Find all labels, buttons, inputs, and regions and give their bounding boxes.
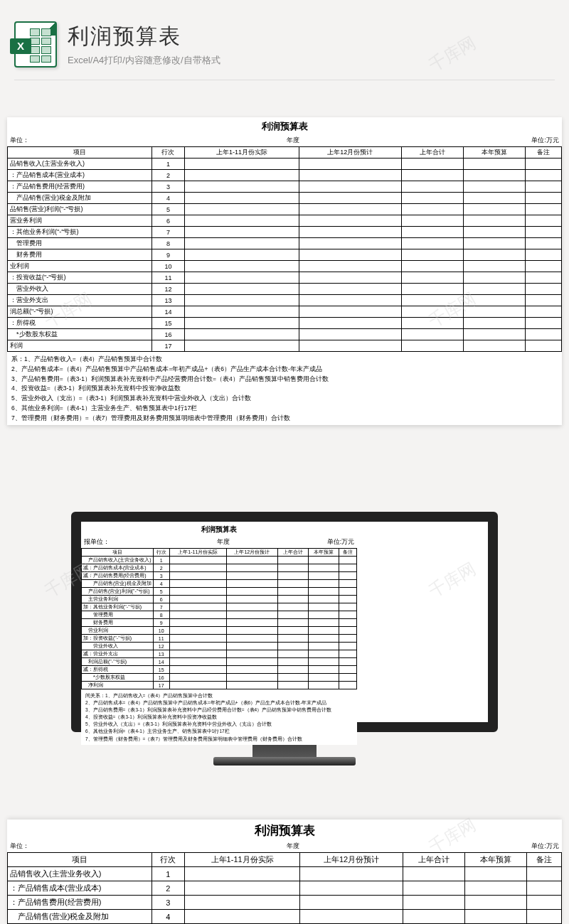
col-header: 项目 (8, 853, 152, 867)
table-row: 品销售(营业)利润("-"亏损)5 (8, 204, 562, 215)
table-row: 营业外收入12 (8, 284, 562, 295)
table-row: 加：投资收益("-"亏损)11 (82, 635, 357, 643)
table-row: 产品销售(营业)税金及附加4 (8, 193, 562, 204)
table-row: 财务费用9 (8, 249, 562, 261)
spreadsheet-preview-monitor: 利润预算表 报单位： 年度 单位:万元 项目行次上年1-11月份实际上年12月份… (81, 522, 357, 732)
table-row: 主营业务利润6 (82, 596, 357, 603)
table-row: 财务费用9 (82, 619, 357, 627)
notes-block: 系：1、产品销售收入=（表4）产品销售预算中合计数 2、产品销售成本=（表4）产… (7, 352, 562, 425)
table-row: *少数股东权益16 (82, 674, 357, 682)
col-header: 项目 (82, 549, 154, 557)
table-row: 管理费用8 (82, 611, 357, 619)
table-row: 产品销售(营业)利润("-"亏损)5 (82, 588, 357, 596)
col-header: 本年预算 (463, 147, 525, 159)
table-row: 减：所得税15 (82, 666, 357, 674)
excel-x-badge: X (10, 38, 31, 54)
table-row: 利润17 (8, 340, 562, 352)
col-header: 行次 (151, 147, 185, 159)
col-header: 上年12月份预计 (299, 853, 403, 867)
page-subtitle: Excel/A4打印/内容随意修改/自带格式 (68, 54, 220, 67)
table-row: 品销售收入(主营业务收入)1 (8, 867, 562, 881)
year-label: 年度 (109, 136, 477, 145)
col-header: 上年1-11月份实际 (185, 853, 300, 867)
table-row: 营业利润10 (82, 627, 357, 635)
table-row: 减：产品销售费用(经营费用)3 (82, 572, 357, 580)
col-header: 上年合计 (277, 549, 308, 557)
col-header: 本年预算 (464, 853, 526, 867)
excel-file-icon: X (14, 21, 57, 68)
budget-table: 项目行次上年1-11月份实际上年12月份预计上年合计本年预算备注 品销售收入(主… (7, 146, 562, 352)
col-header: 行次 (153, 549, 169, 557)
table-row: 营业务利润6 (8, 215, 562, 227)
col-header: 备注 (526, 147, 562, 159)
table-row: 管理费用8 (8, 238, 562, 249)
table-row: ：产品销售成本(营业成本)2 (8, 170, 562, 181)
currency-unit: 单位:万元 (477, 136, 559, 145)
table-row: ：产品销售成本(营业成本)2 (8, 881, 562, 896)
table-row: 业利润10 (8, 261, 562, 272)
table-row: ：产品销售费用(经营费用)3 (8, 896, 562, 910)
col-header: 行次 (151, 853, 185, 867)
table-row: 减：营业外支出13 (82, 650, 357, 658)
col-header: 上年合计 (401, 147, 463, 159)
col-header: 项目 (8, 147, 152, 159)
table-row: 加：其他业务利润("-"亏损)7 (82, 603, 357, 611)
table-row: 润总额("-"亏损)14 (8, 306, 562, 318)
col-header: 备注 (339, 549, 357, 557)
col-header: 备注 (526, 853, 561, 867)
col-header: 上年12月份预计 (299, 147, 401, 159)
unit-label: 单位： (10, 136, 109, 145)
sheet-title: 利润预算表 (7, 117, 562, 136)
spreadsheet-preview-top: 利润预算表 单位： 年度 单位:万元 项目行次上年1-11月份实际上年12月份预… (7, 117, 562, 425)
table-row: 产品销售(营业)税金及附加4 (82, 580, 357, 588)
page-title: 利润预算表 (68, 22, 220, 51)
col-header: 上年1-11月份实际 (185, 147, 299, 159)
table-row: 产品销售收入(主营业务收入)1 (82, 557, 357, 564)
col-header: 上年合计 (403, 853, 465, 867)
table-row: 利润总额("-"亏损)14 (82, 658, 357, 666)
table-row: 品销售收入(主营业务收入)1 (8, 159, 562, 170)
table-row: 净利润17 (82, 682, 357, 689)
table-row: ：投资收益("-"亏损)11 (8, 272, 562, 284)
monitor-mockup: 利润预算表 报单位： 年度 单位:万元 项目行次上年1-11月份实际上年12月份… (71, 512, 498, 765)
table-row: ：所得税15 (8, 318, 562, 329)
table-row: ：其他业务利润("-"亏损)7 (8, 227, 562, 238)
col-header: 上年12月份预计 (226, 549, 277, 557)
col-header: 本年预算 (308, 549, 339, 557)
table-row: 营业外收入12 (82, 643, 357, 650)
header: X 利润预算表 Excel/A4打印/内容随意修改/自带格式 (14, 21, 555, 68)
divider (14, 80, 555, 80)
spreadsheet-preview-bottom: 利润预算表 单位： 年度 单位:万元 项目行次上年1-11月份实际上年12月份预… (7, 820, 562, 924)
col-header: 上年1-11月份实际 (169, 549, 226, 557)
table-row: ：产品销售费用(经营费用)3 (8, 181, 562, 193)
table-row: ：营业外支出13 (8, 295, 562, 306)
table-row: 产品销售(营业)税金及附加4 (8, 910, 562, 924)
table-row: *少数股东权益16 (8, 329, 562, 340)
table-row: 减：产品销售成本(营业成本)2 (82, 564, 357, 572)
